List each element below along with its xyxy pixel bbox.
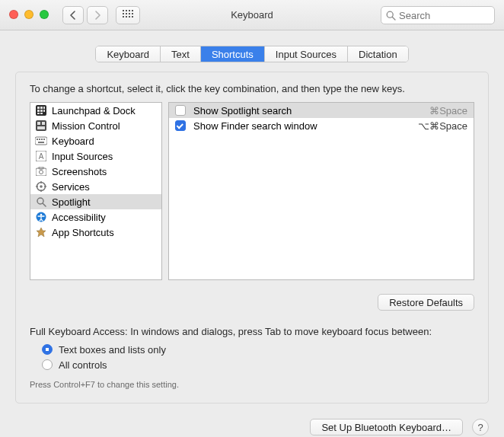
fka-prompt: Full Keyboard Access: In windows and dia… bbox=[30, 326, 474, 337]
svg-rect-11 bbox=[132, 16, 133, 18]
svg-rect-2 bbox=[129, 10, 130, 11]
show-all-button[interactable] bbox=[116, 6, 140, 24]
category-screenshots[interactable]: Screenshots bbox=[30, 164, 161, 179]
restore-defaults-button[interactable]: Restore Defaults bbox=[378, 294, 474, 311]
svg-rect-31 bbox=[43, 139, 45, 140]
tab-shortcuts[interactable]: Shortcuts bbox=[201, 46, 265, 62]
category-spotlight[interactable]: Spotlight bbox=[30, 194, 161, 209]
search-input[interactable] bbox=[399, 10, 490, 21]
category-label: Keyboard bbox=[52, 136, 94, 147]
restore-row: Restore Defaults bbox=[30, 294, 474, 311]
services-icon bbox=[35, 180, 47, 193]
shortcut-checkbox[interactable] bbox=[175, 105, 186, 116]
category-label: Input Sources bbox=[52, 151, 113, 162]
svg-rect-10 bbox=[129, 16, 130, 18]
radio-indicator bbox=[42, 359, 53, 370]
category-input-sources[interactable]: AInput Sources bbox=[30, 148, 161, 164]
category-label: App Shortcuts bbox=[52, 227, 114, 238]
category-list[interactable]: Launchpad & DockMission ControlKeyboardA… bbox=[30, 102, 162, 280]
close-window-button[interactable] bbox=[9, 10, 18, 19]
svg-rect-22 bbox=[40, 113, 43, 114]
svg-point-47 bbox=[40, 214, 43, 216]
minimize-window-button[interactable] bbox=[24, 10, 33, 19]
chevron-right-icon bbox=[94, 11, 101, 20]
svg-rect-4 bbox=[123, 13, 124, 14]
svg-rect-1 bbox=[126, 10, 127, 11]
mission-control-icon bbox=[35, 120, 47, 132]
svg-rect-17 bbox=[43, 107, 45, 109]
tab-input-sources[interactable]: Input Sources bbox=[265, 46, 348, 62]
shortcut-checkbox[interactable] bbox=[175, 120, 186, 131]
category-label: Services bbox=[52, 181, 90, 193]
traffic-lights bbox=[9, 10, 49, 19]
svg-rect-8 bbox=[123, 16, 124, 18]
svg-rect-24 bbox=[37, 122, 40, 125]
svg-line-13 bbox=[392, 17, 395, 20]
svg-rect-9 bbox=[126, 16, 127, 18]
svg-rect-26 bbox=[37, 126, 45, 129]
tab-text[interactable]: Text bbox=[161, 46, 201, 62]
search-icon bbox=[386, 11, 396, 21]
toolbar-nav bbox=[62, 6, 140, 24]
svg-rect-16 bbox=[40, 107, 43, 109]
split-row: Launchpad & DockMission ControlKeyboardA… bbox=[30, 102, 474, 280]
svg-rect-0 bbox=[123, 10, 124, 11]
shortcut-keys[interactable]: ⌥⌘Space bbox=[418, 120, 467, 132]
fka-option-label: All controls bbox=[59, 359, 107, 371]
setup-bluetooth-keyboard-button[interactable]: Set Up Bluetooth Keyboard… bbox=[310, 419, 463, 435]
help-button[interactable]: ? bbox=[472, 419, 489, 435]
shortcut-row[interactable]: Show Spotlight search⌘Space bbox=[169, 103, 474, 118]
category-launchpad-dock[interactable]: Launchpad & Dock bbox=[30, 103, 161, 118]
svg-rect-7 bbox=[132, 13, 133, 14]
full-keyboard-access-section: Full Keyboard Access: In windows and dia… bbox=[30, 326, 474, 389]
fka-option-text-boxes[interactable]: Text boxes and lists only bbox=[42, 342, 474, 357]
tab-dictation[interactable]: Dictation bbox=[348, 46, 408, 62]
shortcuts-panel: To change a shortcut, select it, click t… bbox=[15, 72, 489, 404]
svg-rect-15 bbox=[37, 107, 40, 109]
svg-text:A: A bbox=[39, 152, 44, 161]
svg-rect-3 bbox=[132, 10, 133, 11]
grid-icon bbox=[123, 10, 133, 21]
tabs-row: KeyboardTextShortcutsInput SourcesDictat… bbox=[0, 30, 504, 62]
category-services[interactable]: Services bbox=[30, 179, 161, 194]
svg-rect-29 bbox=[39, 139, 40, 140]
svg-point-39 bbox=[40, 185, 43, 188]
svg-rect-30 bbox=[41, 139, 43, 140]
zoom-window-button[interactable] bbox=[40, 10, 49, 19]
category-label: Mission Control bbox=[52, 120, 120, 132]
app-shortcuts-icon bbox=[35, 226, 47, 238]
fka-radios: Text boxes and lists only All controls bbox=[42, 342, 474, 372]
titlebar: Keyboard bbox=[0, 0, 504, 30]
category-keyboard[interactable]: Keyboard bbox=[30, 133, 161, 148]
svg-rect-19 bbox=[40, 110, 43, 112]
shortcuts-list[interactable]: Show Spotlight search⌘SpaceShow Finder s… bbox=[168, 102, 474, 280]
search-field[interactable] bbox=[381, 6, 495, 24]
category-mission-control[interactable]: Mission Control bbox=[30, 118, 161, 133]
category-app-shortcuts[interactable]: App Shortcuts bbox=[30, 225, 161, 240]
back-button[interactable] bbox=[62, 6, 84, 24]
shortcut-keys[interactable]: ⌘Space bbox=[429, 105, 467, 116]
shortcut-label: Show Spotlight search bbox=[193, 105, 422, 116]
svg-line-45 bbox=[43, 203, 46, 206]
spotlight-icon bbox=[35, 196, 47, 208]
radio-indicator bbox=[42, 344, 53, 355]
screenshots-icon bbox=[35, 165, 47, 177]
svg-rect-28 bbox=[37, 139, 38, 140]
svg-rect-5 bbox=[126, 13, 127, 14]
category-label: Screenshots bbox=[52, 166, 107, 177]
chevron-left-icon bbox=[69, 11, 77, 20]
instruction-text: To change a shortcut, select it, click t… bbox=[30, 83, 474, 94]
svg-rect-25 bbox=[42, 122, 45, 125]
launchpad-icon bbox=[35, 104, 47, 116]
svg-point-36 bbox=[40, 171, 43, 174]
svg-rect-32 bbox=[38, 142, 44, 143]
forward-button[interactable] bbox=[87, 6, 108, 24]
svg-rect-27 bbox=[35, 137, 47, 145]
category-accessibility[interactable]: Accessibility bbox=[30, 209, 161, 225]
category-label: Launchpad & Dock bbox=[52, 105, 136, 116]
keyboard-icon bbox=[35, 135, 47, 147]
shortcut-row[interactable]: Show Finder search window⌥⌘Space bbox=[169, 118, 474, 133]
footer: Set Up Bluetooth Keyboard… ? bbox=[15, 419, 489, 435]
tab-keyboard[interactable]: Keyboard bbox=[96, 46, 161, 62]
fka-option-all-controls[interactable]: All controls bbox=[42, 357, 474, 372]
